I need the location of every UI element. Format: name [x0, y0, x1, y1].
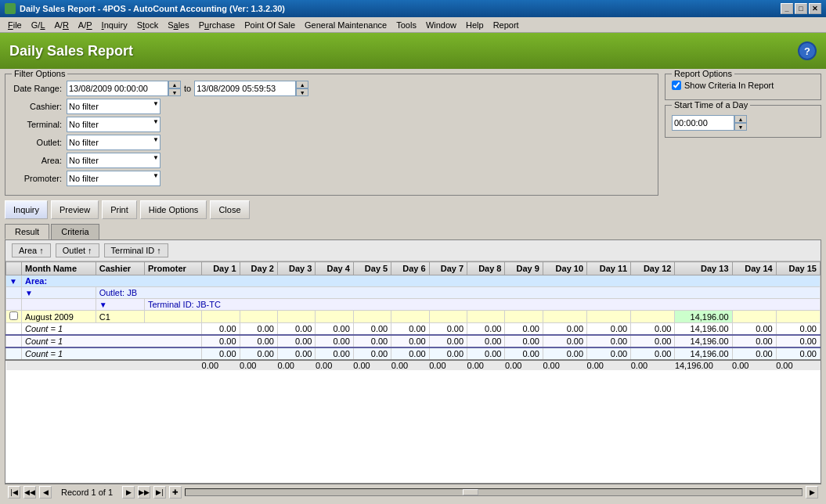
date-to-up[interactable]: ▲: [296, 81, 308, 88]
inquiry-button[interactable]: Inquiry: [5, 200, 48, 219]
data-table: Month Name Cashier Promoter Day 1 Day 2 …: [5, 261, 821, 370]
menu-gl[interactable]: G/L: [27, 19, 50, 31]
menu-pos[interactable]: Point Of Sale: [240, 19, 300, 31]
menu-file[interactable]: File: [3, 19, 27, 31]
main-content: Filter Options Date Range: ▲ ▼ to ▲ ▼: [0, 69, 826, 504]
count1-d15: 0.00: [776, 323, 820, 336]
nav-prev-button[interactable]: ◀: [39, 486, 52, 499]
date-from-down[interactable]: ▼: [168, 88, 181, 96]
total-d9: 0.00: [505, 347, 543, 360]
menu-window[interactable]: Window: [421, 19, 461, 31]
day12-cell: [631, 311, 675, 323]
count1-check: [6, 323, 22, 336]
total-check: [6, 347, 22, 360]
total-d6: 0.00: [391, 347, 429, 360]
count1-d4: 0.00: [316, 323, 353, 336]
date-from-up[interactable]: ▲: [168, 81, 181, 88]
cashier-select[interactable]: No filter: [67, 99, 161, 114]
outlet-select[interactable]: No filter: [67, 135, 161, 150]
date-to-input[interactable]: [194, 81, 296, 96]
preview-button[interactable]: Preview: [51, 200, 99, 219]
nav-next-page-button[interactable]: ▶▶: [138, 486, 150, 499]
date-from-input[interactable]: [67, 81, 168, 96]
th-day9: Day 9: [505, 262, 543, 275]
title-bar: Daily Sales Report - 4POS - AutoCount Ac…: [0, 0, 826, 17]
footer-d13: 14,196.00: [675, 360, 732, 370]
outlet-expand-icon[interactable]: ▼: [25, 289, 33, 297]
filter-options-title: Filter Options: [12, 69, 67, 78]
maximize-button[interactable]: □: [795, 3, 807, 14]
count2-d3: 0.00: [277, 335, 315, 347]
terminal-expand-cell: ▼: [96, 299, 144, 311]
close-button[interactable]: Close: [210, 200, 249, 219]
table-row: Count = 1 0.00 0.00 0.00 0.00 0.00 0.00 …: [6, 323, 821, 336]
promoter-select-wrapper: No filter: [67, 171, 161, 186]
start-time-down[interactable]: ▼: [734, 123, 747, 131]
print-button[interactable]: Print: [102, 200, 137, 219]
nav-prev-page-button[interactable]: ◀◀: [23, 486, 36, 499]
area-sort-button[interactable]: Area ↑: [12, 243, 51, 257]
count1-d7: 0.00: [429, 323, 467, 336]
filter-options-panel: Filter Options Date Range: ▲ ▼ to ▲ ▼: [5, 74, 658, 196]
hide-options-button[interactable]: Hide Options: [140, 200, 207, 219]
close-button[interactable]: ✕: [809, 3, 821, 14]
table-row: August 2009 C1: [6, 311, 821, 323]
date-from-spinners: ▲ ▼: [168, 81, 181, 96]
count2-d9: 0.00: [505, 335, 543, 347]
nav-last-button[interactable]: ▶|: [153, 486, 166, 499]
footer-d10: 0.00: [543, 360, 586, 370]
terminal-id-sort-button[interactable]: Terminal ID ↑: [104, 243, 168, 257]
menu-report[interactable]: Report: [489, 19, 524, 31]
area-select-wrapper: No filter: [67, 153, 161, 168]
count1-d13: 14,196.00: [675, 323, 732, 336]
table-row: ▼ Terminal ID: JB-TC: [6, 299, 821, 311]
data-table-wrapper[interactable]: Month Name Cashier Promoter Day 1 Day 2 …: [5, 261, 821, 483]
menu-general[interactable]: General Maintenance: [300, 19, 391, 31]
th-day11: Day 11: [587, 262, 631, 275]
promoter-select[interactable]: No filter: [67, 171, 161, 186]
menu-inquiry[interactable]: Inquiry: [97, 19, 132, 31]
menu-tools[interactable]: Tools: [391, 19, 421, 31]
start-time-input[interactable]: [672, 115, 734, 131]
footer-d15: 0.00: [776, 360, 820, 370]
group-headers: Area ↑ Outlet ↑ Terminal ID ↑: [5, 240, 821, 261]
nav-next-button[interactable]: ▶: [122, 486, 135, 499]
nav-add-button[interactable]: ✚: [169, 486, 182, 499]
menu-sales[interactable]: Sales: [163, 19, 194, 31]
results-area: Area ↑ Outlet ↑ Terminal ID ↑ Month Name…: [5, 239, 821, 484]
date-to-down[interactable]: ▼: [296, 88, 308, 96]
th-day13: Day 13: [675, 262, 732, 275]
scroll-right-button[interactable]: ▶: [806, 486, 818, 499]
show-criteria-checkbox[interactable]: [672, 81, 681, 90]
horizontal-scrollbar[interactable]: [185, 488, 803, 496]
total-d10: 0.00: [543, 347, 586, 360]
count2-d2: 0.00: [240, 335, 277, 347]
th-day10: Day 10: [543, 262, 586, 275]
scrollbar-thumb[interactable]: [463, 489, 478, 495]
nav-first-button[interactable]: |◀: [8, 486, 20, 499]
area-row: Area: No filter: [12, 153, 651, 168]
th-promoter: Promoter: [145, 262, 202, 275]
menu-help[interactable]: Help: [461, 19, 489, 31]
day10-cell: [543, 311, 586, 323]
terminal-expand-icon[interactable]: ▼: [99, 301, 107, 309]
menu-stock[interactable]: Stock: [132, 19, 164, 31]
table-row: Count = 1 0.00 0.00 0.00 0.00 0.00 0.00 …: [6, 347, 821, 360]
outlet-sort-button[interactable]: Outlet ↑: [56, 243, 99, 257]
tab-result[interactable]: Result: [5, 224, 49, 239]
th-day15: Day 15: [776, 262, 820, 275]
menu-ar[interactable]: A/R: [50, 19, 74, 31]
area-select[interactable]: No filter: [67, 153, 161, 168]
menu-ap[interactable]: A/P: [74, 19, 97, 31]
help-button[interactable]: ?: [798, 41, 817, 60]
table-body: ▼ Area: ▼ Outlet: JB: [6, 275, 821, 361]
row-checkbox[interactable]: [9, 311, 18, 320]
date-to-wrapper: ▲ ▼: [194, 81, 308, 96]
expand-icon[interactable]: ▼: [9, 277, 17, 286]
menu-purchase[interactable]: Purchase: [194, 19, 240, 31]
start-time-up[interactable]: ▲: [734, 115, 747, 123]
minimize-button[interactable]: _: [781, 3, 793, 14]
report-options-title: Report Options: [672, 69, 734, 78]
tab-criteria[interactable]: Criteria: [51, 224, 99, 239]
terminal-select[interactable]: No filter: [67, 117, 161, 132]
